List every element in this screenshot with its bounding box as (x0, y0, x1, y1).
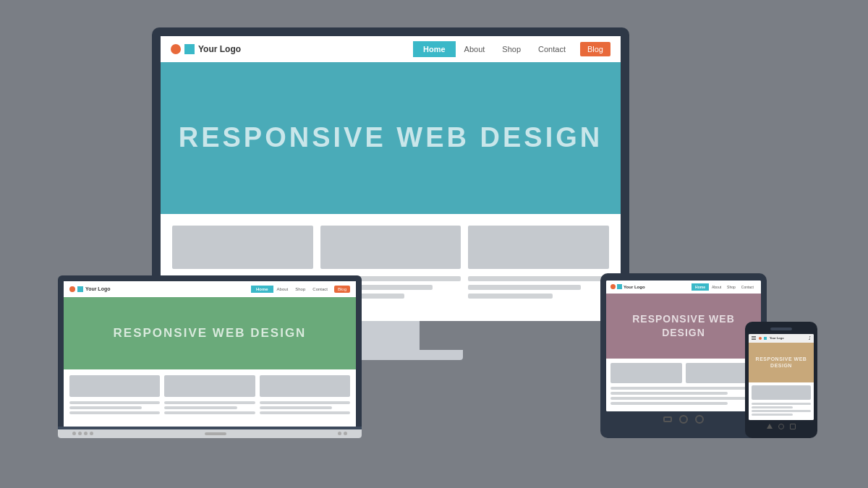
laptop-grid-row-2 (69, 401, 350, 416)
monitor-hero-text: RESPONSIVE WEB DESIGN (179, 122, 603, 153)
laptop-line (260, 411, 350, 414)
laptop-base-outer (58, 427, 362, 438)
hamburger-icon[interactable] (752, 336, 756, 340)
monitor-card-3 (468, 226, 609, 269)
tablet-nav-home[interactable]: Home (692, 283, 709, 291)
tablet-line-4 (610, 402, 728, 405)
phone-speaker (770, 328, 792, 330)
phone-share-icon[interactable]: ⤴ (809, 336, 811, 341)
phone-outer: Your Logo ⤴ RESPONSIVE WEB DESIGN (745, 322, 817, 438)
laptop-hero: RESPONSIVE WEB DESIGN (64, 297, 356, 369)
laptop-navbar: Your Logo Home About Shop Contact Blog (64, 281, 356, 297)
phone-screen: Your Logo ⤴ RESPONSIVE WEB DESIGN (749, 334, 814, 420)
laptop-line-short (164, 406, 237, 409)
laptop-dot-1 (72, 432, 76, 435)
laptop-hinge-dots (338, 432, 347, 435)
logo-square-icon (184, 44, 195, 54)
tablet-navbar: Your Logo Home About Shop Contact (606, 281, 761, 294)
laptop-lines-2 (164, 401, 255, 416)
tablet-logo-square-icon (617, 284, 622, 289)
tablet-nav-shop[interactable]: Shop (724, 283, 739, 291)
monitor-nav-blog[interactable]: Blog (580, 42, 610, 56)
tablet-hero: RESPONSIVE WEB DESIGN (606, 294, 761, 359)
monitor-nav-links: Home About Shop Contact Blog (413, 41, 610, 57)
monitor-line-group-3 (468, 276, 609, 302)
phone-logo-square-icon (764, 337, 767, 340)
tablet-menu-button[interactable] (695, 415, 704, 424)
tablet-buttons (606, 411, 761, 424)
phone-line-3 (752, 410, 811, 412)
phone-back-button[interactable] (767, 424, 773, 429)
monitor-nav-about[interactable]: About (456, 41, 494, 57)
tablet-nav-contact[interactable]: Contact (739, 283, 757, 291)
phone-hero: RESPONSIVE WEB DESIGN (749, 343, 814, 382)
tablet-home-button[interactable] (679, 415, 688, 424)
phone-line-2 (752, 406, 793, 408)
tablet-line-1 (610, 387, 757, 390)
tablet-line-3 (610, 397, 757, 400)
laptop-nav-about[interactable]: About (273, 286, 292, 293)
laptop-line (164, 401, 255, 404)
phone-home-button[interactable] (778, 424, 784, 429)
laptop-line-short (69, 406, 142, 409)
monitor-stand-neck (362, 321, 420, 350)
laptop-grid-row-1 (69, 375, 350, 397)
monitor-card-1 (172, 226, 313, 269)
tablet-outer: Your Logo Home About Shop Contact RESPON… (600, 273, 767, 438)
phone-card-1 (752, 385, 811, 400)
monitor-line-short (468, 285, 581, 290)
laptop-nav-blog[interactable]: Blog (334, 286, 350, 293)
tablet-nav-about[interactable]: About (709, 283, 724, 291)
tablet-line-2 (610, 392, 728, 395)
laptop-nav-contact[interactable]: Contact (309, 286, 331, 293)
laptop-trackpad-bar (205, 432, 226, 435)
laptop-dot-4 (90, 432, 93, 435)
tablet-hero-text: RESPONSIVE WEB DESIGN (613, 312, 754, 338)
monitor-logo: Your Logo (171, 44, 241, 54)
menu-line-1 (752, 336, 756, 337)
monitor-nav-shop[interactable]: Shop (493, 41, 529, 57)
tablet-card-1 (610, 363, 682, 383)
laptop-nav-home[interactable]: Home (251, 286, 273, 293)
laptop-logo-circle-icon (69, 286, 75, 292)
laptop-logo-square-icon (77, 286, 83, 292)
laptop-trackpad-dots (72, 432, 93, 435)
monitor-navbar: Your Logo Home About Shop Contact Blog (161, 36, 621, 62)
phone-buttons (749, 420, 814, 429)
laptop-lines-3 (260, 401, 350, 416)
monitor-nav-contact[interactable]: Contact (529, 41, 574, 57)
laptop-card-3 (260, 375, 350, 397)
laptop-dot-2 (78, 432, 82, 435)
monitor-nav-home[interactable]: Home (413, 41, 456, 57)
laptop-logo: Your Logo (69, 286, 110, 292)
laptop-card-1 (69, 375, 160, 397)
laptop-base (58, 429, 362, 438)
laptop-content (64, 369, 356, 427)
laptop-lines-1 (69, 401, 160, 416)
tablet-logo-text: Your Logo (624, 285, 645, 289)
menu-line-3 (752, 339, 756, 340)
monitor-grid-row-1 (172, 226, 609, 269)
laptop-line (69, 401, 160, 404)
monitor-line-shorter (468, 294, 553, 299)
laptop: Your Logo Home About Shop Contact Blog R… (58, 275, 362, 438)
laptop-screen: Your Logo Home About Shop Contact Blog R… (64, 281, 356, 427)
phone-logo-circle-icon (759, 337, 762, 340)
logo-circle-icon (171, 44, 181, 54)
laptop-logo-text: Your Logo (85, 286, 110, 291)
tablet-content (606, 359, 761, 411)
laptop-hinge-dot-1 (338, 432, 341, 435)
tablet-screen: Your Logo Home About Shop Contact RESPON… (606, 281, 761, 411)
tablet-back-button[interactable] (663, 416, 672, 422)
tablet-grid-row-1 (610, 363, 757, 383)
phone: Your Logo ⤴ RESPONSIVE WEB DESIGN (745, 322, 817, 438)
tablet: Your Logo Home About Shop Contact RESPON… (600, 273, 767, 438)
laptop-screen-outer: Your Logo Home About Shop Contact Blog R… (58, 275, 362, 427)
laptop-line (164, 411, 255, 414)
phone-menu-button[interactable] (790, 424, 796, 429)
tablet-lines (610, 387, 757, 405)
scene: Your Logo Home About Shop Contact Blog R… (36, 13, 832, 476)
phone-content (749, 382, 814, 420)
laptop-nav-shop[interactable]: Shop (292, 286, 309, 293)
monitor-hero: RESPONSIVE WEB DESIGN (161, 62, 621, 214)
